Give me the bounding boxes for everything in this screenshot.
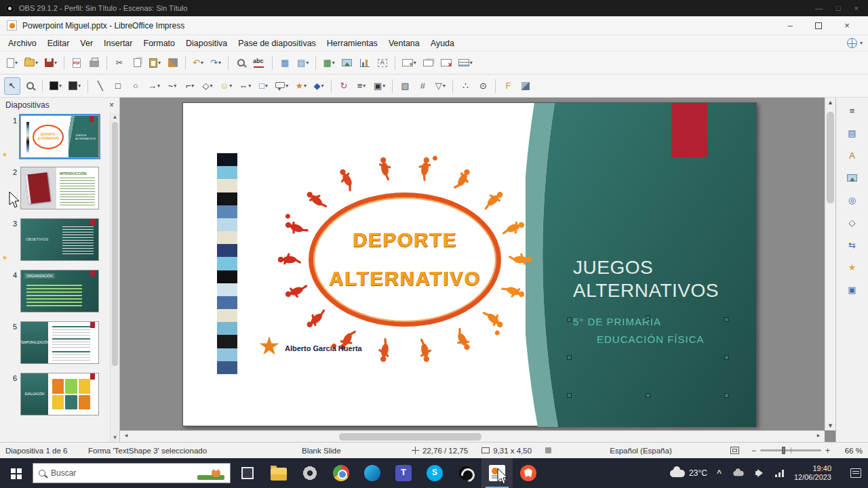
edit-points-icon[interactable]: ∴ xyxy=(457,77,473,95)
zoom-handle[interactable] xyxy=(782,447,785,454)
zoom-icon[interactable] xyxy=(22,77,38,95)
scroll-up-icon[interactable]: ▲ xyxy=(111,114,119,120)
red-accent-rectangle[interactable] xyxy=(671,103,707,157)
selection-handle-w[interactable] xyxy=(567,355,572,360)
network-icon[interactable] xyxy=(775,470,785,477)
slide-transition-icon[interactable]: ⇆ xyxy=(842,236,863,253)
block-arrows-icon[interactable]: ⇔▾ xyxy=(236,77,254,95)
image-filter-icon[interactable]: ▽▾ xyxy=(432,77,448,95)
animation-icon[interactable]: ★ xyxy=(842,258,863,276)
obs-close-button[interactable]: × xyxy=(854,4,859,12)
menu-editar[interactable]: Editar xyxy=(42,37,75,50)
duplicate-slide-icon[interactable] xyxy=(420,54,437,72)
insert-textbox-icon[interactable] xyxy=(374,54,391,72)
selection-handle-n[interactable] xyxy=(646,315,650,320)
horizontal-scrollbar[interactable]: ◂ ▸ xyxy=(120,430,825,442)
new-document-icon[interactable]: ▾ xyxy=(4,54,20,72)
slide-title-block[interactable]: JUEGOS ALTERNATIVOS 5° DE PRIMARIA EDUCA… xyxy=(573,256,753,345)
taskbar-clock[interactable]: 19:40 12/06/2023 xyxy=(794,464,831,482)
scroll-down-icon[interactable]: ▼ xyxy=(825,422,835,429)
scroll-down-icon[interactable]: ▼ xyxy=(111,434,119,441)
insert-line-icon[interactable]: ╲ xyxy=(92,77,108,95)
zoom-track[interactable] xyxy=(760,449,821,451)
menu-ventana[interactable]: Ventana xyxy=(383,37,425,50)
tray-chevron-up-icon[interactable]: ^ xyxy=(717,468,722,478)
shadow-icon[interactable]: ▨ xyxy=(397,77,413,95)
slide-layout-icon[interactable]: ▾ xyxy=(456,54,475,72)
arrange-icon[interactable]: ▣▾ xyxy=(371,77,388,95)
ellipse-icon[interactable]: ○ xyxy=(127,77,144,95)
color-strip[interactable] xyxy=(217,153,237,374)
callouts-icon[interactable]: ▾ xyxy=(273,77,291,95)
menu-insertar[interactable]: Insertar xyxy=(98,37,138,50)
edge-icon[interactable] xyxy=(357,458,388,488)
scrollbar-thumb[interactable] xyxy=(339,433,481,441)
delete-slide-icon[interactable] xyxy=(438,54,454,72)
curve-icon[interactable]: ~▾ xyxy=(164,77,180,95)
glue-points-icon[interactable]: ⊙ xyxy=(475,77,491,95)
brave-icon[interactable] xyxy=(513,458,544,488)
teams-icon[interactable] xyxy=(388,458,419,488)
spelling-icon[interactable] xyxy=(250,54,268,72)
master-slides-icon[interactable]: ▣ xyxy=(842,281,863,298)
symbol-shapes-icon[interactable]: ☺▾ xyxy=(217,77,235,95)
redo-icon[interactable]: ↷▾ xyxy=(208,54,224,72)
scrollbar-thumb[interactable] xyxy=(827,112,834,203)
scroll-right-icon[interactable]: ▸ xyxy=(814,432,823,439)
search-highlight-image[interactable] xyxy=(197,465,224,481)
basic-shapes-icon[interactable]: ◇▾ xyxy=(199,77,216,95)
export-pdf-icon[interactable] xyxy=(68,54,85,72)
select-icon[interactable]: ↖ xyxy=(4,77,20,95)
minimize-button[interactable]: – xyxy=(776,17,804,35)
display-grid-icon[interactable]: ▦ xyxy=(277,54,293,72)
menu-ayuda[interactable]: Ayuda xyxy=(425,37,460,50)
clone-formatting-icon[interactable] xyxy=(165,54,181,72)
task-view-icon[interactable] xyxy=(232,458,263,488)
scroll-left-icon[interactable]: ◂ xyxy=(121,432,131,439)
zoom-value[interactable]: 66 % xyxy=(835,447,863,455)
start-button[interactable] xyxy=(0,458,31,488)
slide-thumbnail-2[interactable]: INTRODUCCIÓN: xyxy=(20,167,99,209)
speaker-icon[interactable] xyxy=(755,469,766,477)
impress-icon[interactable] xyxy=(481,458,513,488)
undo-icon[interactable]: ↶▾ xyxy=(190,54,206,72)
selection-handle-ne[interactable] xyxy=(724,317,729,322)
align-objects-icon[interactable]: ≡▾ xyxy=(353,77,370,95)
properties-icon[interactable]: ▤ xyxy=(842,124,863,142)
menubar-globe-icon[interactable] xyxy=(847,38,857,48)
close-button[interactable]: × xyxy=(833,17,861,35)
menu-formato[interactable]: Formato xyxy=(138,37,181,50)
copy-icon[interactable] xyxy=(129,54,145,72)
slide-thumbnail-1[interactable]: DEPORTEALTERNATIVO JUEGOS ALTERNATIVOS xyxy=(20,115,99,158)
line-color-icon[interactable]: ▾ xyxy=(47,77,64,95)
zoom-in-icon[interactable]: + xyxy=(825,446,830,455)
obs-maximize-button[interactable]: □ xyxy=(836,4,841,12)
fill-color-icon[interactable]: ▾ xyxy=(66,77,83,95)
fit-slide-button[interactable] xyxy=(724,447,746,454)
open-file-icon[interactable]: ▾ xyxy=(22,54,41,72)
find-replace-icon[interactable] xyxy=(233,54,249,72)
menu-archivo[interactable]: Archivo xyxy=(3,37,42,50)
scroll-up-icon[interactable]: ▲ xyxy=(825,99,835,106)
status-language[interactable]: Español (España) xyxy=(558,447,724,455)
styles-icon[interactable]: A xyxy=(842,146,863,164)
3d-objects-icon[interactable]: ◆▾ xyxy=(311,77,327,95)
notification-center-icon[interactable] xyxy=(850,468,861,478)
obs-studio-icon[interactable] xyxy=(450,458,481,488)
weather-widget[interactable]: 23°C xyxy=(670,468,707,478)
shapes-icon[interactable]: ◇ xyxy=(842,214,863,231)
slide-thumbnail-3[interactable]: OBJETIVOS xyxy=(20,218,99,261)
save-icon[interactable]: ▾ xyxy=(42,54,60,72)
deporte-alternativo-badge[interactable]: DEPORTE ALTERNATIVO xyxy=(309,192,501,327)
skype-icon[interactable] xyxy=(419,458,450,488)
slide-thumbnail-6[interactable]: EVALUACIÓN xyxy=(20,373,99,415)
file-explorer-icon[interactable] xyxy=(263,458,294,488)
flowchart-icon[interactable]: □▾ xyxy=(255,77,271,95)
menu-pase-de-diapositivas[interactable]: Pase de diapositivas xyxy=(233,37,321,50)
crop-image-icon[interactable]: # xyxy=(414,77,431,95)
paste-icon[interactable]: ▾ xyxy=(146,54,163,72)
navigator-icon[interactable]: ◎ xyxy=(842,191,863,209)
scrollbar-thumb[interactable] xyxy=(112,122,118,366)
connector-icon[interactable]: ⌐▾ xyxy=(182,77,198,95)
slide-thumbnail-4[interactable]: ORGANIZACIÓN xyxy=(20,270,99,312)
